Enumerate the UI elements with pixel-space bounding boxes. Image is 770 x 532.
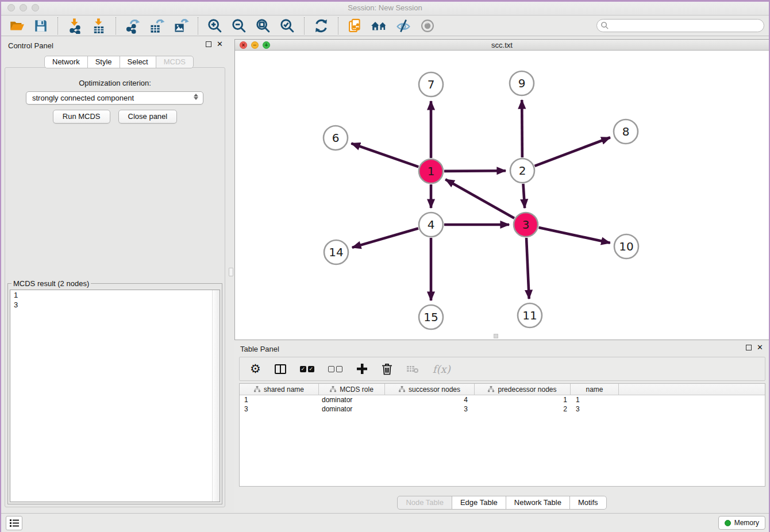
cell-shared-name[interactable]: 1 <box>240 395 319 404</box>
graph-node-7[interactable]: 7 <box>419 72 443 97</box>
graph-node-2[interactable]: 2 <box>510 159 534 183</box>
graph-node-9[interactable]: 9 <box>510 71 534 95</box>
graph-node-8[interactable]: 8 <box>614 119 638 144</box>
clone-network-icon[interactable] <box>346 17 364 34</box>
table-row[interactable]: 1 dominator 4 1 1 <box>240 395 765 404</box>
graph-node-1[interactable]: 1 <box>419 159 443 183</box>
cell-successor-nodes[interactable]: 3 <box>385 404 475 414</box>
tab-select[interactable]: Select <box>120 56 156 68</box>
svg-text:6: 6 <box>332 131 340 145</box>
open-session-icon[interactable] <box>8 17 25 34</box>
network-window-titlebar[interactable]: × − + scc.txt <box>235 40 769 51</box>
graph-edge-3-1[interactable] <box>445 179 514 218</box>
graph-node-15[interactable]: 15 <box>419 305 443 329</box>
graph-edge-3-11[interactable] <box>526 238 529 299</box>
table-panel-title: Table Panel <box>240 345 279 353</box>
mcds-result-area[interactable]: 1 3 <box>10 290 220 502</box>
result-scrollbar[interactable] <box>212 290 220 502</box>
float-table-panel-icon[interactable] <box>746 345 752 350</box>
graph-node-6[interactable]: 6 <box>324 126 348 150</box>
save-session-icon[interactable] <box>32 17 49 34</box>
column-header-shared-name[interactable]: shared name <box>240 384 319 395</box>
tab-mcds[interactable]: MCDS <box>156 56 194 68</box>
mcds-panel: Optimization criterion: strongly connect… <box>5 67 225 507</box>
graph-node-10[interactable]: 10 <box>614 234 638 259</box>
network-canvas[interactable]: 7968124314101511 <box>235 51 769 340</box>
export-network-icon[interactable] <box>124 17 141 34</box>
zoom-selected-icon[interactable] <box>279 17 296 34</box>
table-panel: Table Panel ✕ ⚙ ✓✓ f(x) shared name MCDS <box>234 342 770 511</box>
select-all-icon[interactable]: ✓✓ <box>300 366 314 372</box>
graph-edge-2-3[interactable] <box>523 184 525 208</box>
graph-edge-2-8[interactable] <box>535 137 610 166</box>
graph-edge-4-14[interactable] <box>352 228 418 247</box>
deselect-all-icon[interactable] <box>328 366 342 372</box>
tab-network-table[interactable]: Network Table <box>506 496 570 510</box>
add-column-icon[interactable] <box>356 363 368 375</box>
column-selector-icon[interactable] <box>275 364 286 374</box>
toolbar-separator <box>198 17 198 34</box>
float-panel-icon[interactable] <box>206 41 211 47</box>
tab-network[interactable]: Network <box>44 56 88 68</box>
tab-style[interactable]: Style <box>87 56 120 68</box>
dropdown-stepper-icon <box>192 94 199 100</box>
node-table[interactable]: shared name MCDS role successor nodes pr… <box>239 383 765 487</box>
close-panel-icon[interactable]: ✕ <box>217 41 223 47</box>
export-image-icon[interactable] <box>172 17 190 34</box>
column-header-name[interactable]: name <box>571 384 619 395</box>
control-panel-tabs: Network Style Select MCDS <box>45 56 194 68</box>
graph-edge-1-6[interactable] <box>351 144 418 167</box>
hide-selected-icon[interactable] <box>395 17 412 34</box>
graph-node-3[interactable]: 3 <box>514 213 538 237</box>
table-panel-tabs: Node Table Edge Table Network Table Moti… <box>234 496 770 510</box>
tab-node-table[interactable]: Node Table <box>397 496 452 510</box>
graph-node-4[interactable]: 4 <box>419 213 443 237</box>
graph-node-14[interactable]: 14 <box>324 240 348 264</box>
zoom-fit-icon[interactable] <box>255 17 272 34</box>
mcds-result-line: 3 <box>10 300 220 310</box>
tab-edge-table[interactable]: Edge Table <box>452 496 506 510</box>
memory-label: Memory <box>734 519 759 527</box>
task-history-button[interactable] <box>6 516 22 530</box>
cell-successor-nodes[interactable]: 4 <box>385 395 475 404</box>
cell-name[interactable]: 3 <box>571 404 619 414</box>
graph-node-11[interactable]: 11 <box>518 303 542 327</box>
cell-mcds-role[interactable]: dominator <box>319 395 385 404</box>
toolbar-separator <box>116 17 116 34</box>
memory-button[interactable]: Memory <box>718 516 765 530</box>
refresh-icon[interactable] <box>313 17 330 34</box>
column-header-mcds-role[interactable]: MCDS role <box>319 384 385 395</box>
tab-motifs[interactable]: Motifs <box>569 496 607 510</box>
criterion-dropdown[interactable]: strongly connected component <box>26 91 203 105</box>
panel-splitter-handle[interactable] <box>229 268 233 276</box>
column-header-predecessor-nodes[interactable]: predecessor nodes <box>475 384 571 395</box>
delete-column-icon[interactable] <box>382 363 392 375</box>
cell-predecessor-nodes[interactable]: 1 <box>475 395 571 404</box>
canvas-scroll-hint[interactable] <box>494 334 498 338</box>
close-table-panel-icon[interactable]: ✕ <box>757 345 763 350</box>
delete-table-icon <box>406 364 419 373</box>
column-header-successor-nodes[interactable]: successor nodes <box>385 384 475 395</box>
export-table-icon[interactable] <box>148 17 165 34</box>
home-view-icon[interactable] <box>371 17 388 34</box>
graph-edge-2-9[interactable] <box>522 100 522 157</box>
svg-text:3: 3 <box>522 218 530 232</box>
table-settings-icon[interactable]: ⚙ <box>250 362 261 376</box>
close-panel-button[interactable]: Close panel <box>118 110 178 124</box>
search-input[interactable] <box>596 19 764 32</box>
zoom-out-icon[interactable] <box>230 17 248 34</box>
cell-shared-name[interactable]: 3 <box>240 404 319 414</box>
graph-edge-3-10[interactable] <box>538 228 610 243</box>
mcds-result-title: MCDS result (2 nodes) <box>11 279 91 288</box>
import-table-icon[interactable] <box>90 17 107 34</box>
cell-predecessor-nodes[interactable]: 2 <box>475 404 571 414</box>
import-network-icon[interactable] <box>66 17 83 34</box>
zoom-in-icon[interactable] <box>206 17 224 34</box>
function-builder-icon: f(x) <box>433 363 451 375</box>
toolbar-search[interactable] <box>596 19 764 32</box>
graph-edge-1-2[interactable] <box>444 171 506 171</box>
run-mcds-button[interactable]: Run MCDS <box>53 110 110 124</box>
cell-name[interactable]: 1 <box>571 395 619 404</box>
cell-mcds-role[interactable]: dominator <box>319 404 385 414</box>
table-row[interactable]: 3 dominator 3 2 3 <box>240 404 765 414</box>
